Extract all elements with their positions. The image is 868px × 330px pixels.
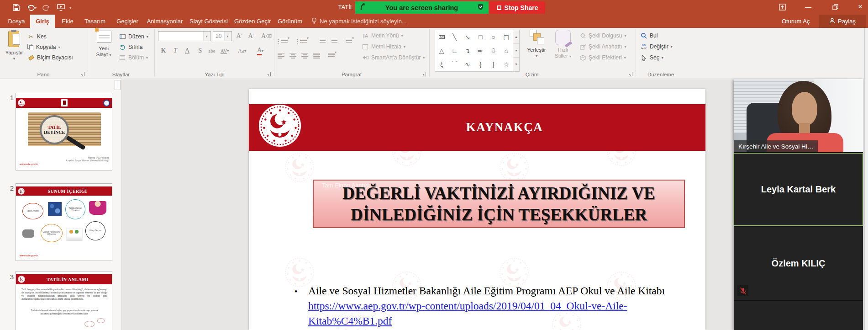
align-right-button[interactable] <box>301 47 308 59</box>
align-text-button[interactable]: Metni Hizala▾ <box>362 42 405 52</box>
replace-button[interactable]: ab↳ac Değiştir▾ <box>640 42 673 52</box>
shape-gallery-more-icon[interactable]: ▼ <box>513 58 519 71</box>
thumbnail-scrollbar-thumb[interactable] <box>115 80 121 90</box>
shape-icon[interactable]: { <box>474 58 487 71</box>
shape-scroll-up-icon[interactable]: ▲ <box>513 30 519 44</box>
tab-dosya[interactable]: Dosya <box>5 15 28 28</box>
cut-button[interactable]: ✂Kes <box>27 32 47 42</box>
character-spacing-button[interactable]: AV▾ <box>220 46 229 56</box>
share-button[interactable]: Paylaş <box>819 15 866 28</box>
shape-icon[interactable]: ∿ <box>461 58 474 71</box>
justify-button[interactable] <box>313 47 320 59</box>
participant-tile-active[interactable]: Leyla Kartal Berk <box>734 153 863 226</box>
reference-text-block[interactable]: • Aile ve Sosyal Hizmetler Bakanlığı Ail… <box>295 283 696 329</box>
line-spacing-button[interactable]: ▾ <box>346 33 354 43</box>
minimize-button[interactable]: — <box>800 0 816 14</box>
underline-button[interactable]: A <box>183 46 192 56</box>
pano-dialog-launcher[interactable] <box>80 72 84 76</box>
undo-dropdown-caret[interactable]: ▾ <box>35 5 37 10</box>
text-shadow-button[interactable]: S <box>195 46 205 56</box>
strikethrough-button[interactable]: abe <box>207 46 216 56</box>
quick-access-more-caret[interactable]: ▾ <box>69 5 72 10</box>
section-button[interactable]: Bölüm▾ <box>119 53 148 63</box>
stop-share-button[interactable]: Stop Share <box>489 1 545 14</box>
shape-gallery-scrollbar[interactable]: ▲ ▼ ▼ <box>513 30 520 72</box>
save-icon[interactable] <box>11 3 21 12</box>
drawing-dialog-launcher[interactable] <box>628 72 632 76</box>
align-center-button[interactable] <box>289 47 296 59</box>
align-left-button[interactable] <box>278 47 284 59</box>
shape-icon[interactable]: ☆ <box>500 58 513 71</box>
bold-button[interactable]: K <box>159 46 168 56</box>
shape-gallery[interactable]: A≡ ╲ ↘ □ ○ ▢ △ ∟ ↴ ⇨ ⇩ ⌂ ξ ⌒ ∿ { } ☆ <box>435 30 513 72</box>
italic-button[interactable]: T <box>171 46 180 56</box>
font-name-combo[interactable]: ▾ <box>158 31 211 41</box>
copy-button[interactable]: Kopyala▾ <box>27 42 60 52</box>
columns-button[interactable]: ▾ <box>328 47 337 57</box>
arrange-button[interactable]: Yerleştir ▾ <box>524 30 549 71</box>
shape-icon[interactable]: ○ <box>487 30 500 44</box>
decrease-indent-icon[interactable] <box>320 33 326 43</box>
numbering-button[interactable]: ▾ <box>297 33 309 43</box>
shape-icon[interactable]: △ <box>435 44 448 58</box>
participant-tile-partial[interactable] <box>734 301 863 330</box>
shape-icon[interactable]: } <box>487 58 500 71</box>
shape-icon[interactable]: ⇩ <box>487 44 500 58</box>
shape-icon[interactable]: ↘ <box>461 30 474 44</box>
start-slideshow-icon[interactable] <box>56 3 66 12</box>
change-case-button[interactable]: Aa▾ <box>237 46 247 56</box>
increase-indent-icon[interactable] <box>331 33 337 43</box>
slide-canvas[interactable]: KAYNAKÇA DEĞERLİ VAKTİNİZİ AYIRDIĞINIZ V… <box>249 89 705 330</box>
participant-video-tile[interactable]: Kırşehir Aile ve Sosyal Hi… <box>734 79 863 152</box>
text-direction-button[interactable]: ∥A Metin Yönü▾ <box>362 31 403 41</box>
tab-ekle[interactable]: Ekle <box>58 15 78 28</box>
sign-in-button[interactable]: Oturum Aç <box>782 15 810 28</box>
font-dialog-launcher[interactable] <box>267 72 271 76</box>
restore-button[interactable] <box>827 0 843 14</box>
tab-slayt-gosterisi[interactable]: Slayt Gösterisi <box>187 15 230 28</box>
layout-button[interactable]: Düzen▾ <box>119 32 148 42</box>
redo-icon[interactable] <box>41 3 51 12</box>
shape-icon[interactable]: □ <box>474 30 487 44</box>
shape-fill-button[interactable]: Şekil Dolgusu▾ <box>579 31 626 41</box>
quick-styles-button[interactable]: Hızlı Stiller ▾ <box>551 30 575 71</box>
tab-animasyonlar[interactable]: Animasyonlar <box>145 15 184 28</box>
new-slide-button[interactable]: ✸ Yeni Slayt ▾ <box>91 30 116 71</box>
shape-icon[interactable]: ⌂ <box>500 44 513 58</box>
undo-icon[interactable] <box>26 3 36 12</box>
participant-tile[interactable]: Özlem KILIÇ <box>734 227 863 300</box>
convert-smartart-button[interactable]: SmartArt'a Dönüştür▾ <box>362 53 425 63</box>
shape-icon[interactable]: ∟ <box>448 44 461 58</box>
shape-icon[interactable]: ╲ <box>448 30 461 44</box>
select-button[interactable]: Seç▾ <box>640 53 663 63</box>
thumbnail-scrollbar[interactable] <box>114 79 121 330</box>
shape-icon[interactable]: ▢ <box>500 30 513 44</box>
shape-icon[interactable]: ξ <box>435 58 448 71</box>
slide-thumbnail-3[interactable]: TATİLİN ANLAMI Tatil, boş geçirilen ve t… <box>16 271 112 330</box>
reference-link-line-1[interactable]: https://www.aep.gov.tr/wp-content/upload… <box>308 298 696 314</box>
font-color-button[interactable]: A▾ <box>256 46 265 56</box>
slide-thumbnail-1[interactable]: TATİL DEYİNCE www.aile.gov.tr Hamra TAŞ … <box>16 93 112 170</box>
find-button[interactable]: Bul <box>640 31 658 41</box>
shape-icon[interactable]: ↴ <box>461 44 474 58</box>
shape-effects-button[interactable]: Şekil Efektleri▾ <box>579 53 626 63</box>
shrink-font-icon[interactable]: Aˇ <box>247 31 256 41</box>
shape-icon[interactable]: ⇨ <box>474 44 487 58</box>
paragraph-dialog-launcher[interactable] <box>422 72 426 76</box>
close-button[interactable]: × <box>852 0 868 14</box>
textbox-shape-icon[interactable]: A≡ <box>435 30 448 44</box>
ribbon-display-options-icon[interactable] <box>774 0 790 14</box>
grow-font-icon[interactable]: Aˆ <box>235 31 244 41</box>
font-size-combo[interactable]: 20▾ <box>213 31 232 41</box>
shape-scroll-down-icon[interactable]: ▼ <box>513 44 519 58</box>
reset-button[interactable]: Sıfırla <box>119 42 142 52</box>
tell-me-box[interactable]: Ne yapmak istediğinizi söyleyin... <box>311 15 407 28</box>
tab-gorunum[interactable]: Görünüm <box>275 15 305 28</box>
paste-button[interactable]: Yapıştır ▼ <box>4 30 25 71</box>
reference-link-line-2[interactable]: Kitab%C4%B1.pdf <box>308 314 696 329</box>
format-painter-button[interactable]: Biçim Boyacısı <box>27 53 73 63</box>
tab-giris[interactable]: Giriş <box>30 15 55 28</box>
clear-formatting-icon[interactable]: A⌫ <box>261 31 272 41</box>
bullets-button[interactable]: ▾ <box>278 33 289 43</box>
shape-outline-button[interactable]: Şekil Anahattı▾ <box>579 42 626 52</box>
